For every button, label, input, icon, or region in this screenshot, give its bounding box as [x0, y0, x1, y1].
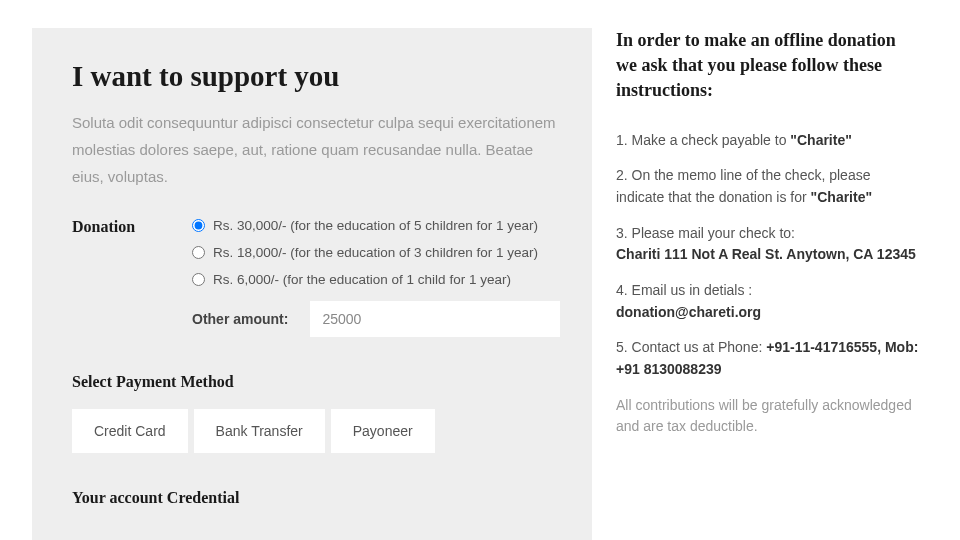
donation-radio-2[interactable] — [192, 273, 205, 286]
donation-option-1[interactable]: Rs. 18,000/- (for the education of 3 chi… — [192, 245, 560, 260]
donation-option-label: Rs. 30,000/- (for the education of 5 chi… — [213, 218, 538, 233]
offline-step-3: 3. Please mail your check to:Chariti 111… — [616, 223, 920, 266]
donation-option-0[interactable]: Rs. 30,000/- (for the education of 5 chi… — [192, 218, 560, 233]
offline-step-2: 2. On the memo line of the check, please… — [616, 165, 920, 208]
payment-bank-transfer-button[interactable]: Bank Transfer — [194, 409, 325, 453]
credential-title: Your account Credential — [72, 489, 560, 507]
payment-method-title: Select Payment Method — [72, 373, 560, 391]
offline-step-5: 5. Contact us at Phone: +91-11-41716555,… — [616, 337, 920, 380]
other-amount-label: Other amount: — [192, 311, 288, 327]
offline-footer: All contributions will be gratefully ack… — [616, 395, 920, 438]
donation-radio-1[interactable] — [192, 246, 205, 259]
donation-option-label: Rs. 6,000/- (for the education of 1 chil… — [213, 272, 511, 287]
donation-option-2[interactable]: Rs. 6,000/- (for the education of 1 chil… — [192, 272, 560, 287]
offline-title: In order to make an offline donation we … — [616, 28, 920, 104]
page-title: I want to support you — [72, 60, 560, 93]
intro-text: Soluta odit consequuntur adipisci consec… — [72, 109, 560, 190]
donation-radio-0[interactable] — [192, 219, 205, 232]
offline-donation-panel: In order to make an offline donation we … — [616, 28, 928, 540]
payment-payoneer-button[interactable]: Payoneer — [331, 409, 435, 453]
donation-form-panel: I want to support you Soluta odit conseq… — [32, 28, 592, 540]
other-amount-input[interactable] — [310, 301, 560, 337]
offline-step-1: 1. Make a check payable to "Charite" — [616, 130, 920, 152]
payment-credit-card-button[interactable]: Credit Card — [72, 409, 188, 453]
donation-option-label: Rs. 18,000/- (for the education of 3 chi… — [213, 245, 538, 260]
donation-label: Donation — [72, 218, 152, 236]
offline-step-4: 4. Email us in detials :donation@chareti… — [616, 280, 920, 323]
